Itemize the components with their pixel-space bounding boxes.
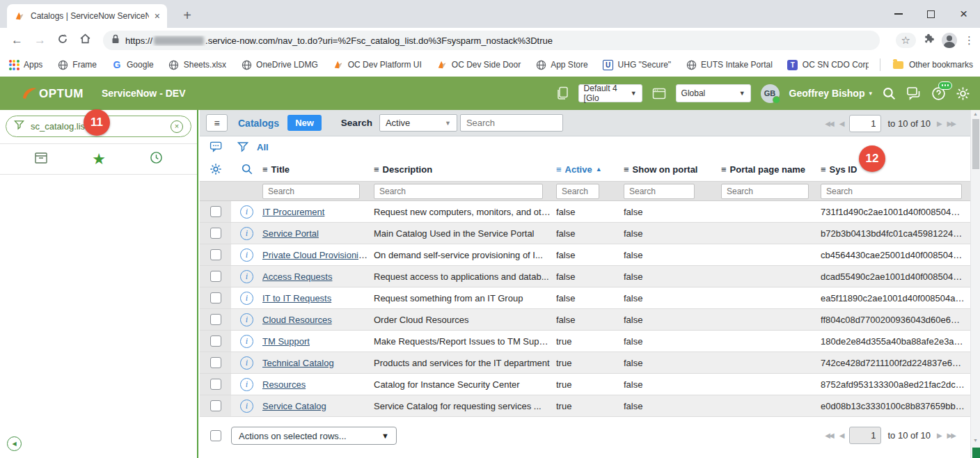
row-checkbox[interactable] — [210, 292, 221, 303]
column-search-title[interactable] — [262, 184, 360, 199]
bookmark-google[interactable]: GGoogle — [111, 59, 154, 70]
bookmark-uhg-secure[interactable]: UUHG "Secure" — [603, 59, 672, 70]
row-checkbox[interactable] — [210, 314, 221, 325]
column-header-show-on-portal[interactable]: ≡Show on portal — [624, 164, 721, 175]
column-search-description[interactable] — [374, 184, 543, 199]
bookmark-sheets-xlsx[interactable]: Sheets.xlsx — [168, 59, 226, 70]
catalog-title-link[interactable]: Private Cloud Provisioning — [262, 250, 368, 260]
column-menu-icon[interactable]: ≡ — [556, 164, 562, 175]
browser-profile-avatar[interactable] — [942, 33, 957, 48]
info-icon[interactable]: i — [240, 205, 253, 219]
personalize-list-gear-icon[interactable] — [200, 163, 231, 175]
search-field-select[interactable]: Active▼ — [379, 114, 457, 132]
info-icon[interactable]: i — [240, 335, 253, 348]
catalog-title-link[interactable]: Access Requests — [262, 271, 332, 282]
bookmark-apps[interactable]: Apps — [8, 59, 42, 70]
help-icon[interactable] — [931, 86, 946, 101]
info-icon[interactable]: i — [240, 313, 253, 326]
bookmark-onedrive-ldmg[interactable]: OneDrive LDMG — [241, 59, 318, 70]
info-icon[interactable]: i — [240, 227, 253, 240]
browser-tab[interactable]: Catalogs | ServiceNow ServiceNo × — [7, 4, 167, 28]
row-checkbox[interactable] — [210, 271, 221, 282]
column-header-title[interactable]: ≡Title — [262, 164, 374, 175]
column-menu-icon[interactable]: ≡ — [262, 164, 268, 175]
url-bar[interactable]: https://.service-now.com/nav_to.do?uri=%… — [103, 31, 880, 50]
application-select[interactable]: Global▼ — [676, 84, 751, 102]
bookmark-euts-intake-portal[interactable]: EUTS Intake Portal — [686, 59, 773, 70]
catalog-title-link[interactable]: Cloud Resources — [262, 315, 332, 325]
row-checkbox[interactable] — [210, 206, 221, 217]
prev-page-icon[interactable]: ◀ — [839, 120, 844, 127]
page-start-input[interactable] — [849, 115, 881, 132]
new-tab-button[interactable]: + — [178, 7, 196, 25]
maximize-button[interactable] — [915, 0, 947, 28]
column-menu-icon[interactable]: ≡ — [624, 164, 629, 175]
last-page-icon[interactable]: ▶▶ — [947, 432, 955, 439]
column-search-active[interactable] — [556, 184, 599, 199]
scrollbar[interactable]: ▲ ▼ — [970, 110, 980, 458]
catalog-title-link[interactable]: IT Procurement — [262, 207, 324, 217]
bookmark-oc-dev-platform-ui[interactable]: OC Dev Platform UI — [333, 59, 422, 70]
extensions-icon[interactable] — [923, 33, 935, 48]
row-checkbox[interactable] — [210, 335, 221, 347]
tab-close-icon[interactable]: × — [155, 10, 160, 22]
list-context-menu-icon[interactable]: ≡ — [206, 114, 228, 132]
catalog-title-link[interactable]: Resources — [262, 379, 306, 390]
catalog-title-link[interactable]: Service Portal — [262, 228, 319, 239]
info-icon[interactable]: i — [240, 378, 253, 391]
column-header-portal-page-name[interactable]: ≡Portal page name — [721, 164, 821, 175]
list-title[interactable]: Catalogs — [238, 118, 279, 129]
connect-chat-icon[interactable] — [906, 86, 922, 100]
new-button[interactable]: New — [287, 115, 322, 131]
list-activity-icon[interactable] — [210, 141, 223, 152]
row-checkbox[interactable] — [210, 357, 221, 368]
next-page-icon[interactable]: ▶ — [937, 120, 941, 127]
scrollbar-thumb[interactable] — [972, 119, 979, 169]
back-icon[interactable]: ← — [11, 33, 23, 47]
info-icon[interactable]: i — [240, 400, 253, 413]
column-menu-icon[interactable]: ≡ — [374, 164, 379, 175]
update-set-select[interactable]: Default 4 [Glo▼ — [578, 84, 642, 102]
bookmark-oc-sn-cdo-corpit[interactable]: TOC SN CDO CorpIt... — [787, 59, 869, 70]
tab-all-applications[interactable] — [34, 152, 48, 167]
filter-clear-icon[interactable]: × — [171, 120, 183, 133]
next-page-icon[interactable]: ▶ — [937, 432, 941, 439]
last-page-icon[interactable]: ▶▶ — [947, 120, 955, 127]
tab-history[interactable] — [150, 151, 163, 167]
breadcrumb-all[interactable]: All — [257, 142, 269, 152]
column-header-description[interactable]: ≡Description — [374, 164, 556, 175]
column-menu-icon[interactable]: ≡ — [721, 164, 727, 175]
minimize-button[interactable] — [882, 0, 915, 28]
info-icon[interactable]: i — [240, 248, 253, 262]
scroll-up-icon[interactable]: ▲ — [973, 111, 978, 116]
filter-icon[interactable] — [237, 141, 248, 152]
page-start-input[interactable] — [849, 427, 881, 444]
home-icon[interactable] — [79, 33, 91, 48]
browser-menu-icon[interactable]: ⋮ — [964, 34, 974, 47]
column-search-toggle-icon[interactable] — [231, 163, 262, 175]
first-page-icon[interactable]: ◀◀ — [825, 120, 832, 127]
tab-favorites[interactable]: ★ — [92, 152, 106, 167]
column-search-portal-page-name[interactable] — [721, 184, 809, 199]
prev-page-icon[interactable]: ◀ — [839, 432, 844, 439]
row-checkbox[interactable] — [210, 228, 221, 239]
actions-select[interactable]: Actions on selected rows...▼ — [231, 427, 397, 445]
column-menu-icon[interactable]: ≡ — [821, 164, 826, 175]
close-button[interactable]: × — [947, 0, 980, 28]
bookmark-star-icon[interactable]: ☆ — [896, 33, 916, 48]
global-search-icon[interactable] — [882, 86, 896, 101]
catalog-title-link[interactable]: Technical Catalog — [262, 358, 334, 368]
scroll-down-icon[interactable]: ▼ — [973, 438, 978, 443]
row-checkbox[interactable] — [210, 379, 221, 390]
column-header-active[interactable]: ≡Active▲ — [556, 164, 624, 175]
forward-icon[interactable]: → — [34, 33, 46, 47]
info-icon[interactable]: i — [240, 270, 253, 283]
row-checkbox[interactable] — [210, 249, 221, 260]
catalog-title-link[interactable]: IT to IT Requests — [262, 293, 331, 303]
row-checkbox[interactable] — [210, 400, 221, 411]
user-avatar[interactable]: GB — [761, 84, 780, 103]
bookmark-oc-dev-side-door[interactable]: OC Dev Side Door — [436, 59, 521, 70]
info-icon[interactable]: i — [240, 356, 253, 370]
catalog-title-link[interactable]: Service Catalog — [262, 401, 326, 411]
user-menu[interactable]: Geoffrey Bishop▾ — [789, 88, 872, 99]
